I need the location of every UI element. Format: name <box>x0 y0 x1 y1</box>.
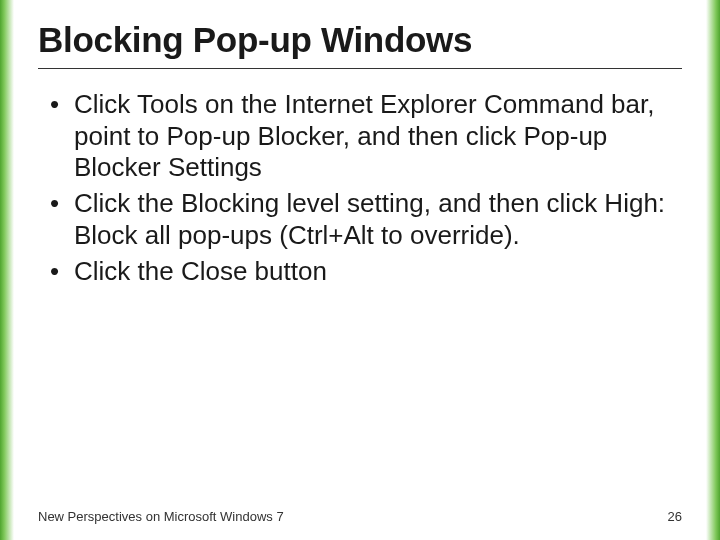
list-item: Click Tools on the Internet Explorer Com… <box>44 89 682 184</box>
slide-title: Blocking Pop-up Windows <box>38 20 682 66</box>
right-accent-bar <box>706 0 720 540</box>
footer-source: New Perspectives on Microsoft Windows 7 <box>38 509 284 524</box>
left-accent-bar <box>0 0 14 540</box>
slide-body: Blocking Pop-up Windows Click Tools on t… <box>14 0 706 540</box>
slide-footer: New Perspectives on Microsoft Windows 7 … <box>38 509 682 524</box>
bullet-list: Click Tools on the Internet Explorer Com… <box>38 89 682 287</box>
title-underline <box>38 68 682 69</box>
list-item: Click the Close button <box>44 256 682 288</box>
page-number: 26 <box>668 509 682 524</box>
list-item: Click the Blocking level setting, and th… <box>44 188 682 251</box>
